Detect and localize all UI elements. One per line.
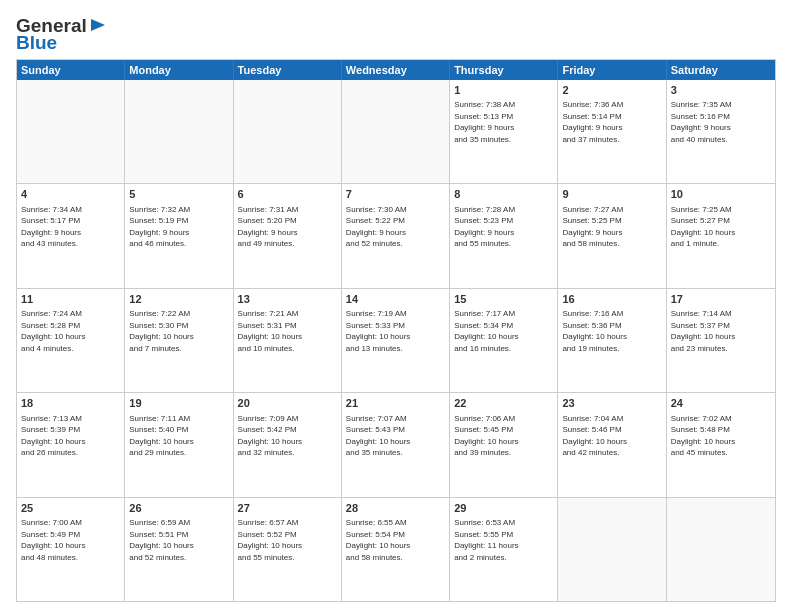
- calendar-day-header: Thursday: [450, 60, 558, 80]
- day-info: Sunrise: 7:17 AM Sunset: 5:34 PM Dayligh…: [454, 308, 553, 354]
- day-info: Sunrise: 7:07 AM Sunset: 5:43 PM Dayligh…: [346, 413, 445, 459]
- day-number: 4: [21, 187, 120, 202]
- calendar-cell: 11Sunrise: 7:24 AM Sunset: 5:28 PM Dayli…: [17, 289, 125, 392]
- day-info: Sunrise: 7:27 AM Sunset: 5:25 PM Dayligh…: [562, 204, 661, 250]
- day-info: Sunrise: 7:21 AM Sunset: 5:31 PM Dayligh…: [238, 308, 337, 354]
- calendar-week-row: 25Sunrise: 7:00 AM Sunset: 5:49 PM Dayli…: [17, 498, 775, 601]
- day-number: 25: [21, 501, 120, 516]
- calendar-cell: 4Sunrise: 7:34 AM Sunset: 5:17 PM Daylig…: [17, 184, 125, 287]
- calendar-day-header: Tuesday: [234, 60, 342, 80]
- logo-blue: Blue: [16, 33, 107, 53]
- calendar-cell: 18Sunrise: 7:13 AM Sunset: 5:39 PM Dayli…: [17, 393, 125, 496]
- calendar-cell: 27Sunrise: 6:57 AM Sunset: 5:52 PM Dayli…: [234, 498, 342, 601]
- day-number: 14: [346, 292, 445, 307]
- calendar-day-header: Wednesday: [342, 60, 450, 80]
- day-info: Sunrise: 7:30 AM Sunset: 5:22 PM Dayligh…: [346, 204, 445, 250]
- header: General Blue: [16, 12, 776, 53]
- day-info: Sunrise: 6:59 AM Sunset: 5:51 PM Dayligh…: [129, 517, 228, 563]
- day-number: 22: [454, 396, 553, 411]
- calendar-cell: 1Sunrise: 7:38 AM Sunset: 5:13 PM Daylig…: [450, 80, 558, 183]
- calendar-cell: 15Sunrise: 7:17 AM Sunset: 5:34 PM Dayli…: [450, 289, 558, 392]
- day-info: Sunrise: 7:35 AM Sunset: 5:16 PM Dayligh…: [671, 99, 771, 145]
- day-number: 24: [671, 396, 771, 411]
- calendar-day-header: Sunday: [17, 60, 125, 80]
- day-number: 12: [129, 292, 228, 307]
- day-info: Sunrise: 6:55 AM Sunset: 5:54 PM Dayligh…: [346, 517, 445, 563]
- logo-arrow-icon: [89, 16, 107, 34]
- day-info: Sunrise: 6:57 AM Sunset: 5:52 PM Dayligh…: [238, 517, 337, 563]
- calendar-cell: 2Sunrise: 7:36 AM Sunset: 5:14 PM Daylig…: [558, 80, 666, 183]
- day-number: 17: [671, 292, 771, 307]
- calendar-cell: [17, 80, 125, 183]
- day-number: 6: [238, 187, 337, 202]
- day-info: Sunrise: 7:06 AM Sunset: 5:45 PM Dayligh…: [454, 413, 553, 459]
- day-info: Sunrise: 7:32 AM Sunset: 5:19 PM Dayligh…: [129, 204, 228, 250]
- day-number: 20: [238, 396, 337, 411]
- day-info: Sunrise: 7:16 AM Sunset: 5:36 PM Dayligh…: [562, 308, 661, 354]
- calendar-week-row: 18Sunrise: 7:13 AM Sunset: 5:39 PM Dayli…: [17, 393, 775, 497]
- day-number: 1: [454, 83, 553, 98]
- calendar-cell: 14Sunrise: 7:19 AM Sunset: 5:33 PM Dayli…: [342, 289, 450, 392]
- calendar-cell: [558, 498, 666, 601]
- day-info: Sunrise: 7:28 AM Sunset: 5:23 PM Dayligh…: [454, 204, 553, 250]
- day-number: 9: [562, 187, 661, 202]
- calendar-cell: 12Sunrise: 7:22 AM Sunset: 5:30 PM Dayli…: [125, 289, 233, 392]
- day-number: 3: [671, 83, 771, 98]
- day-number: 7: [346, 187, 445, 202]
- calendar-cell: 13Sunrise: 7:21 AM Sunset: 5:31 PM Dayli…: [234, 289, 342, 392]
- day-number: 26: [129, 501, 228, 516]
- day-info: Sunrise: 7:14 AM Sunset: 5:37 PM Dayligh…: [671, 308, 771, 354]
- calendar-day-header: Monday: [125, 60, 233, 80]
- calendar-cell: [342, 80, 450, 183]
- calendar-cell: 9Sunrise: 7:27 AM Sunset: 5:25 PM Daylig…: [558, 184, 666, 287]
- day-info: Sunrise: 7:09 AM Sunset: 5:42 PM Dayligh…: [238, 413, 337, 459]
- calendar-cell: 29Sunrise: 6:53 AM Sunset: 5:55 PM Dayli…: [450, 498, 558, 601]
- calendar-week-row: 1Sunrise: 7:38 AM Sunset: 5:13 PM Daylig…: [17, 80, 775, 184]
- day-info: Sunrise: 7:11 AM Sunset: 5:40 PM Dayligh…: [129, 413, 228, 459]
- day-number: 23: [562, 396, 661, 411]
- calendar: SundayMondayTuesdayWednesdayThursdayFrid…: [16, 59, 776, 602]
- day-number: 16: [562, 292, 661, 307]
- day-info: Sunrise: 6:53 AM Sunset: 5:55 PM Dayligh…: [454, 517, 553, 563]
- calendar-body: 1Sunrise: 7:38 AM Sunset: 5:13 PM Daylig…: [17, 80, 775, 601]
- calendar-cell: 10Sunrise: 7:25 AM Sunset: 5:27 PM Dayli…: [667, 184, 775, 287]
- calendar-cell: 7Sunrise: 7:30 AM Sunset: 5:22 PM Daylig…: [342, 184, 450, 287]
- calendar-week-row: 4Sunrise: 7:34 AM Sunset: 5:17 PM Daylig…: [17, 184, 775, 288]
- calendar-cell: 16Sunrise: 7:16 AM Sunset: 5:36 PM Dayli…: [558, 289, 666, 392]
- day-number: 5: [129, 187, 228, 202]
- day-info: Sunrise: 7:13 AM Sunset: 5:39 PM Dayligh…: [21, 413, 120, 459]
- day-info: Sunrise: 7:25 AM Sunset: 5:27 PM Dayligh…: [671, 204, 771, 250]
- day-number: 8: [454, 187, 553, 202]
- calendar-cell: 24Sunrise: 7:02 AM Sunset: 5:48 PM Dayli…: [667, 393, 775, 496]
- calendar-cell: 20Sunrise: 7:09 AM Sunset: 5:42 PM Dayli…: [234, 393, 342, 496]
- calendar-cell: 6Sunrise: 7:31 AM Sunset: 5:20 PM Daylig…: [234, 184, 342, 287]
- day-info: Sunrise: 7:31 AM Sunset: 5:20 PM Dayligh…: [238, 204, 337, 250]
- day-number: 10: [671, 187, 771, 202]
- calendar-cell: [125, 80, 233, 183]
- day-number: 18: [21, 396, 120, 411]
- day-info: Sunrise: 7:22 AM Sunset: 5:30 PM Dayligh…: [129, 308, 228, 354]
- calendar-cell: 8Sunrise: 7:28 AM Sunset: 5:23 PM Daylig…: [450, 184, 558, 287]
- day-number: 13: [238, 292, 337, 307]
- calendar-cell: 17Sunrise: 7:14 AM Sunset: 5:37 PM Dayli…: [667, 289, 775, 392]
- calendar-cell: 22Sunrise: 7:06 AM Sunset: 5:45 PM Dayli…: [450, 393, 558, 496]
- day-info: Sunrise: 7:38 AM Sunset: 5:13 PM Dayligh…: [454, 99, 553, 145]
- calendar-cell: 26Sunrise: 6:59 AM Sunset: 5:51 PM Dayli…: [125, 498, 233, 601]
- calendar-cell: 21Sunrise: 7:07 AM Sunset: 5:43 PM Dayli…: [342, 393, 450, 496]
- day-info: Sunrise: 7:19 AM Sunset: 5:33 PM Dayligh…: [346, 308, 445, 354]
- day-info: Sunrise: 7:00 AM Sunset: 5:49 PM Dayligh…: [21, 517, 120, 563]
- calendar-cell: [234, 80, 342, 183]
- day-number: 19: [129, 396, 228, 411]
- day-info: Sunrise: 7:24 AM Sunset: 5:28 PM Dayligh…: [21, 308, 120, 354]
- calendar-cell: 19Sunrise: 7:11 AM Sunset: 5:40 PM Dayli…: [125, 393, 233, 496]
- day-number: 27: [238, 501, 337, 516]
- calendar-cell: [667, 498, 775, 601]
- calendar-cell: 23Sunrise: 7:04 AM Sunset: 5:46 PM Dayli…: [558, 393, 666, 496]
- day-number: 11: [21, 292, 120, 307]
- calendar-cell: 28Sunrise: 6:55 AM Sunset: 5:54 PM Dayli…: [342, 498, 450, 601]
- calendar-week-row: 11Sunrise: 7:24 AM Sunset: 5:28 PM Dayli…: [17, 289, 775, 393]
- day-number: 28: [346, 501, 445, 516]
- page: General Blue SundayMondayTuesdayWednesda…: [0, 0, 792, 612]
- day-info: Sunrise: 7:02 AM Sunset: 5:48 PM Dayligh…: [671, 413, 771, 459]
- day-number: 21: [346, 396, 445, 411]
